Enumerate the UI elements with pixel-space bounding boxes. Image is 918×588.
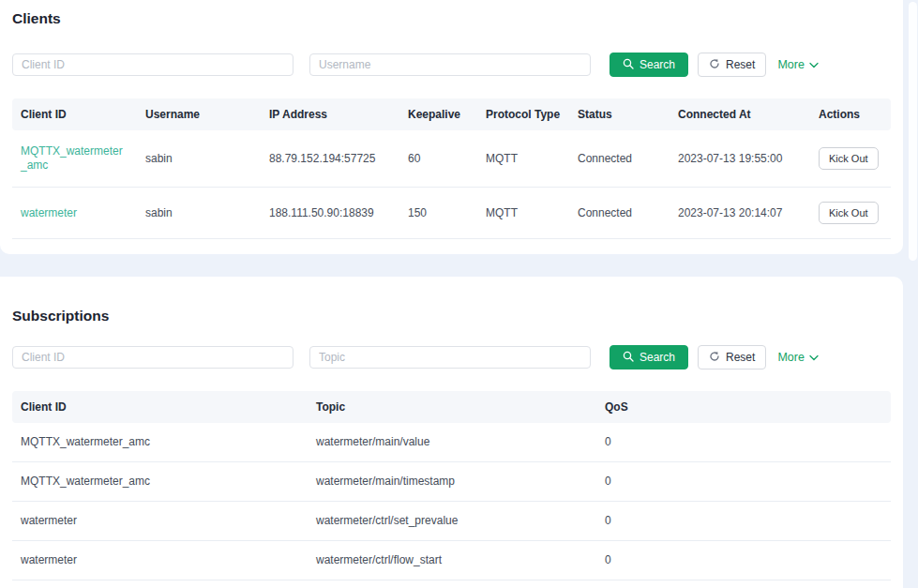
connected-at-cell: 2023-07-13 20:14:07 — [670, 188, 810, 239]
subscriptions-reset-label: Reset — [726, 351, 755, 364]
col-client-id: Client ID — [12, 391, 308, 423]
subscriptions-client-id-input[interactable] — [12, 346, 293, 369]
col-status: Status — [569, 98, 670, 130]
clients-filter-bar: Search Reset More — [12, 53, 891, 77]
qos-cell: 0 — [596, 541, 891, 580]
clients-reset-label: Reset — [726, 58, 755, 71]
status-cell: Connected — [569, 188, 670, 239]
clients-panel: Clients Search Reset More — [0, 0, 903, 254]
table-row: MQTTX_watermeter_amc watermeter/main/tim… — [12, 462, 891, 502]
clients-more-label: More — [777, 58, 804, 71]
subscriptions-panel: Subscriptions Search Reset More — [0, 277, 903, 588]
protocol-cell: MQTT — [477, 188, 569, 239]
table-row: MQTTX_watermeter_amc sabin 88.79.152.194… — [12, 130, 891, 188]
topic-cell: watermeter/main/value — [308, 423, 596, 462]
clients-table: Client ID Username IP Address Keepalive … — [12, 98, 891, 239]
subscriptions-search-label: Search — [640, 351, 675, 364]
col-qos: QoS — [596, 391, 891, 423]
client-id-link[interactable]: MQTTX_watermeter_amc — [21, 144, 123, 172]
topic-cell: watermeter/ctrl/flow_start — [308, 541, 596, 580]
vertical-scrollbar[interactable] — [909, 2, 917, 261]
clients-reset-button[interactable]: Reset — [698, 53, 766, 77]
col-ip-address: IP Address — [261, 98, 399, 130]
qos-cell: 0 — [596, 462, 891, 502]
client-id-cell: watermeter — [12, 502, 308, 541]
subscriptions-table-header-row: Client ID Topic QoS — [12, 391, 891, 423]
status-cell: Connected — [569, 130, 670, 188]
subscriptions-topic-input[interactable] — [309, 346, 591, 369]
col-username: Username — [137, 98, 261, 130]
kick-out-button[interactable]: Kick Out — [819, 147, 879, 170]
subscriptions-table: Client ID Topic QoS MQTTX_watermeter_amc… — [12, 391, 891, 580]
topic-cell: watermeter/main/timestamp — [308, 462, 596, 502]
client-id-cell: MQTTX_watermeter_amc — [12, 423, 308, 462]
subscriptions-reset-button[interactable]: Reset — [698, 345, 766, 369]
clients-username-input[interactable] — [309, 53, 591, 76]
table-row: watermeter sabin 188.111.50.90:18839 150… — [12, 188, 891, 239]
username-cell: sabin — [137, 188, 261, 239]
clients-title: Clients — [12, 0, 891, 27]
connected-at-cell: 2023-07-13 19:55:00 — [670, 130, 810, 188]
table-row: MQTTX_watermeter_amc watermeter/main/val… — [12, 423, 891, 462]
col-topic: Topic — [308, 391, 596, 423]
keepalive-cell: 150 — [399, 188, 477, 239]
chevron-down-icon — [809, 58, 819, 71]
topic-cell: watermeter/ctrl/set_prevalue — [308, 502, 596, 541]
subscriptions-search-button[interactable]: Search — [609, 345, 688, 369]
refresh-icon — [709, 351, 720, 365]
client-id-cell: watermeter — [12, 541, 308, 580]
subscriptions-title: Subscriptions — [12, 277, 891, 324]
subscriptions-filter-bar: Search Reset More — [12, 345, 891, 369]
search-icon — [623, 351, 634, 365]
username-cell: sabin — [137, 130, 261, 188]
col-actions: Actions — [810, 98, 891, 130]
protocol-cell: MQTT — [477, 130, 569, 188]
table-row: watermeter watermeter/ctrl/flow_start 0 — [12, 541, 891, 580]
clients-table-header-row: Client ID Username IP Address Keepalive … — [12, 98, 891, 130]
col-protocol-type: Protocol Type — [477, 98, 569, 130]
client-id-cell: MQTTX_watermeter_amc — [12, 462, 308, 502]
clients-client-id-input[interactable] — [12, 53, 293, 76]
subscriptions-more-label: More — [777, 351, 804, 364]
qos-cell: 0 — [596, 502, 891, 541]
table-row: watermeter watermeter/ctrl/set_prevalue … — [12, 502, 891, 541]
refresh-icon — [709, 58, 720, 72]
keepalive-cell: 60 — [399, 130, 477, 188]
search-icon — [623, 58, 634, 72]
col-client-id: Client ID — [12, 98, 137, 130]
col-keepalive: Keepalive — [399, 98, 477, 130]
col-connected-at: Connected At — [670, 98, 810, 130]
clients-search-button[interactable]: Search — [609, 53, 688, 77]
subscriptions-more-link[interactable]: More — [777, 351, 818, 364]
kick-out-button[interactable]: Kick Out — [819, 202, 879, 224]
clients-more-link[interactable]: More — [777, 58, 818, 71]
ip-address-cell: 188.111.50.90:18839 — [261, 188, 399, 239]
clients-search-label: Search — [640, 58, 675, 71]
chevron-down-icon — [809, 351, 819, 364]
qos-cell: 0 — [596, 423, 891, 462]
ip-address-cell: 88.79.152.194:57725 — [261, 130, 399, 188]
client-id-link[interactable]: watermeter — [21, 206, 77, 219]
